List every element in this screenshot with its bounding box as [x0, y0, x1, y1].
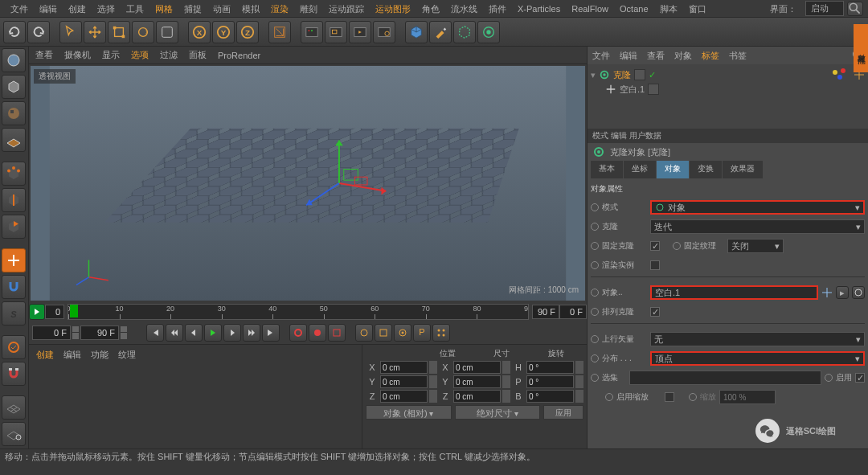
record-icon[interactable]: [289, 324, 307, 342]
select-tool-icon[interactable]: [59, 21, 82, 43]
timeline-frame-field[interactable]: [559, 305, 587, 319]
search-icon[interactable]: [847, 2, 863, 16]
coord-system-icon[interactable]: [268, 21, 291, 43]
arrange-checkbox[interactable]: ✓: [650, 307, 660, 317]
model-mode-icon[interactable]: [2, 75, 26, 99]
move-tool-icon[interactable]: [84, 21, 106, 43]
cube-primitive-icon[interactable]: [405, 21, 428, 43]
vp-menu-panel[interactable]: 面板: [189, 49, 207, 61]
distribution-dropdown[interactable]: 顶点▾: [650, 351, 865, 366]
om-tab-view[interactable]: 查看: [647, 50, 665, 62]
menu-运动图形[interactable]: 运动图形: [370, 0, 416, 18]
menu-Octane[interactable]: Octane: [614, 0, 653, 18]
key-pla-icon[interactable]: [432, 324, 450, 342]
menu-角色[interactable]: 角色: [416, 0, 445, 18]
key-rot-icon[interactable]: [394, 324, 411, 342]
vp-menu-camera[interactable]: 摄像机: [64, 49, 91, 61]
radio-icon[interactable]: [673, 242, 681, 250]
key-param-icon[interactable]: P: [413, 324, 431, 342]
pick-arrow-icon[interactable]: [852, 286, 865, 299]
radio-icon[interactable]: [591, 354, 599, 362]
om-tab-file[interactable]: 文件: [592, 50, 610, 62]
apply-button[interactable]: 应用: [543, 405, 583, 420]
menu-创建[interactable]: 创建: [63, 0, 92, 18]
layer-dot-icon[interactable]: [634, 69, 645, 80]
mat-tab-create[interactable]: 创建: [36, 349, 54, 361]
menu-运动跟踪[interactable]: 运动跟踪: [323, 0, 370, 18]
size-Y[interactable]: [453, 375, 501, 388]
size-Z[interactable]: [453, 390, 501, 403]
vp-menu-view[interactable]: 查看: [35, 49, 53, 61]
object-tree[interactable]: ▾ 克隆 ✓ 空白.1: [588, 64, 868, 129]
clone-dropdown[interactable]: 迭代▾: [650, 219, 865, 234]
radio-icon[interactable]: [591, 223, 599, 231]
vp-menu-prorender[interactable]: ProRender: [218, 51, 260, 60]
upvec-dropdown[interactable]: 无▾: [650, 332, 865, 346]
attrtab-effectors[interactable]: 效果器: [723, 161, 763, 178]
keyframe-sel-icon[interactable]: [328, 324, 346, 342]
visibility-check-icon[interactable]: ✓: [649, 70, 656, 80]
side-tab[interactable]: 对象 属性: [854, 24, 868, 72]
rot-Z[interactable]: [526, 390, 574, 403]
vp-menu-options[interactable]: 选项: [131, 49, 149, 61]
rot-X[interactable]: [526, 361, 574, 374]
undo-icon[interactable]: [3, 21, 26, 43]
axis-tool-icon[interactable]: [2, 248, 26, 272]
polygon-mode-icon[interactable]: [2, 215, 26, 239]
x-axis-icon[interactable]: X: [188, 21, 211, 43]
generator-icon[interactable]: [453, 21, 476, 43]
radio-icon[interactable]: [591, 261, 599, 269]
om-tab-object[interactable]: 对象: [674, 50, 692, 62]
render-region-icon[interactable]: [325, 21, 347, 43]
menu-编辑[interactable]: 编辑: [34, 0, 63, 18]
menu-模拟[interactable]: 模拟: [236, 0, 265, 18]
prev-frame-icon[interactable]: [185, 324, 203, 342]
menu-雕刻[interactable]: 雕刻: [294, 0, 323, 18]
point-mode-icon[interactable]: [2, 162, 26, 186]
pen-tool-icon[interactable]: [429, 21, 452, 43]
render-settings-icon[interactable]: [373, 21, 395, 43]
layout-dropdown[interactable]: 启动: [805, 1, 844, 16]
scale-value-field[interactable]: 100 %: [719, 390, 776, 404]
play-forward-icon[interactable]: [204, 324, 222, 342]
om-tab-bookmarks[interactable]: 书签: [729, 50, 747, 62]
menu-脚本[interactable]: 脚本: [654, 0, 683, 18]
mat-tab-func[interactable]: 功能: [91, 349, 108, 361]
radio-icon[interactable]: [605, 393, 613, 401]
vp-menu-filter[interactable]: 过滤: [160, 49, 178, 61]
object-link-field[interactable]: 空白.1: [650, 285, 818, 300]
autokey-icon[interactable]: [309, 324, 326, 342]
key-scale-icon[interactable]: [375, 324, 392, 342]
fixtex-dropdown[interactable]: 关闭▾: [727, 239, 784, 253]
mat-tab-tex[interactable]: 纹理: [118, 349, 136, 361]
selection-field[interactable]: [629, 371, 821, 385]
layer-dot-icon[interactable]: [648, 84, 659, 95]
menu-X-Particles[interactable]: X-Particles: [512, 0, 566, 18]
render-icon[interactable]: [301, 21, 323, 43]
coord-mode-dropdown[interactable]: 对象 (相对) ▾: [366, 405, 452, 420]
menu-流水线[interactable]: 流水线: [445, 0, 483, 18]
snap-tool-icon[interactable]: [2, 275, 26, 299]
current-frame-field[interactable]: [32, 326, 71, 340]
texture-mode-icon[interactable]: [2, 101, 26, 125]
tree-item-clone[interactable]: ▾ 克隆 ✓: [591, 68, 865, 82]
radio-icon[interactable]: [591, 308, 599, 316]
grid-display-icon[interactable]: [2, 395, 26, 420]
deformer-icon[interactable]: [477, 21, 500, 43]
rot-Y[interactable]: [526, 375, 574, 388]
pos-X[interactable]: [380, 361, 428, 374]
out-frame-field[interactable]: [80, 326, 119, 340]
menu-窗口[interactable]: 窗口: [683, 0, 712, 18]
attrtab-object[interactable]: 对象: [657, 161, 689, 178]
menu-工具[interactable]: 工具: [121, 0, 149, 18]
prev-key-icon[interactable]: [166, 324, 183, 342]
tweak-tool-icon[interactable]: [2, 335, 26, 359]
menu-插件[interactable]: 插件: [483, 0, 512, 18]
om-tab-edit[interactable]: 编辑: [620, 50, 637, 62]
menu-渲染[interactable]: 渲染: [265, 0, 294, 18]
next-key-icon[interactable]: [243, 324, 260, 342]
radio-icon[interactable]: [825, 374, 833, 382]
menu-动画[interactable]: 动画: [207, 0, 236, 18]
render-pv-icon[interactable]: [349, 21, 371, 43]
z-axis-icon[interactable]: Z: [236, 21, 259, 43]
